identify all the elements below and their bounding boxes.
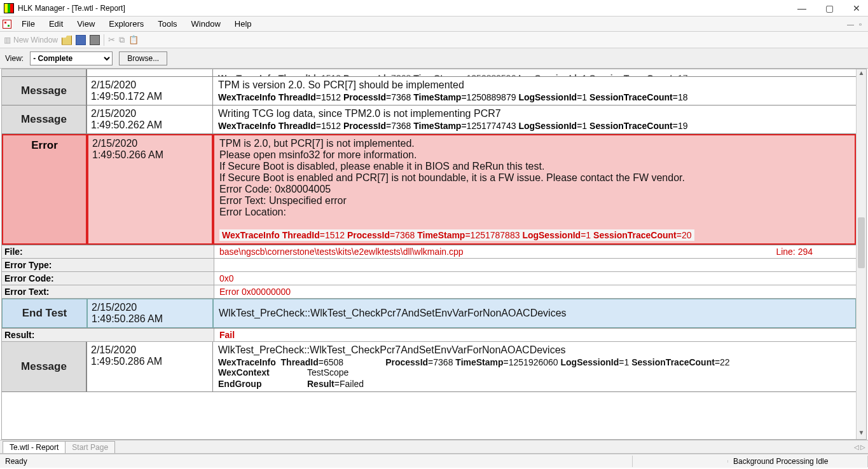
trace-line: WexTraceInfo ThreadId=1512 ProcessId=736…	[218, 121, 851, 131]
trace-wti: WexTraceInfo	[218, 121, 276, 131]
close-button[interactable]: ✕	[849, 2, 864, 15]
trace-line: WexTraceInfo ThreadId=1512 ProcessId=736…	[218, 92, 851, 102]
detail-label: File:	[2, 245, 214, 258]
new-window-label: New Window	[13, 36, 58, 44]
menubar: File Edit View Explorers Tools Window He…	[0, 17, 868, 32]
cut-icon[interactable]: ✂	[108, 35, 115, 44]
trace-sess-k: LogSessionId	[561, 357, 619, 367]
trace-count-k: SessionTraceCount	[593, 230, 677, 240]
trace-count-v: 22	[720, 357, 730, 367]
trace-ts-k: TimeStamp	[417, 230, 465, 240]
tab-start-page[interactable]: Start Page	[65, 441, 115, 453]
row-body: TPM is 2.0, but PCR[7] is not implemente…	[213, 134, 856, 245]
maximize-button[interactable]: ▢	[822, 2, 837, 15]
status-right: Background Processing Idle	[728, 456, 868, 467]
trace-ts-v: 1251926060	[509, 357, 558, 367]
tab-report[interactable]: Te.wtl - Report	[3, 441, 65, 453]
menu-view[interactable]: View	[71, 18, 101, 30]
row-time: 1:49:50.286 AM	[92, 313, 209, 325]
row-type: Message	[2, 77, 87, 105]
document-tabs: Te.wtl - Report Start Page ◁ ▷	[0, 440, 868, 454]
detail-error-type: Error Type:	[2, 259, 856, 272]
view-label: View:	[5, 54, 24, 63]
trace-count-v: 19	[678, 121, 688, 131]
tab-nav-left-icon[interactable]: ◁	[854, 444, 859, 451]
row-date: 2/15/2020	[91, 344, 209, 356]
trace-process-v: 7368	[433, 357, 453, 367]
row-timestamp: 2/15/2020 1:49:50.286 AM	[87, 342, 213, 391]
menu-explorers[interactable]: Explorers	[102, 18, 150, 30]
trace-ts-v: 1251787883	[471, 230, 520, 240]
view-select[interactable]: - Complete	[30, 51, 113, 65]
detail-label: Error Code:	[2, 272, 214, 285]
trace-count-k: SessionTraceCount	[589, 121, 673, 131]
menu-help[interactable]: Help	[228, 18, 258, 30]
log-row-error: Error 2/15/2020 1:49:50.266 AM TPM is 2.…	[2, 134, 856, 245]
child-minimize-button[interactable]: —	[847, 20, 854, 28]
row-timestamp	[87, 69, 213, 76]
detail-value: base\ngscb\cornerstone\tests\kits\e2ewlk…	[214, 245, 856, 258]
child-restore-button[interactable]: ▫	[859, 20, 862, 28]
trace-ts-v: 1250889879	[467, 92, 516, 102]
trace-ts-k: TimeStamp	[455, 357, 503, 367]
menu-tools[interactable]: Tools	[151, 18, 183, 30]
trace-process-k: ProcessId	[343, 121, 386, 131]
menu-edit[interactable]: Edit	[43, 18, 69, 30]
scroll-up-icon[interactable]: ▲	[857, 69, 866, 79]
row-timestamp: 2/15/2020 1:49:50.266 AM	[87, 134, 213, 245]
browse-button[interactable]: Browse...	[119, 51, 167, 65]
minimize-button[interactable]: —	[794, 2, 810, 15]
row-body: WlkTest_PreCheck::WlkTest_CheckPcr7AndSe…	[213, 342, 856, 391]
row-time: 1:49:50.262 AM	[91, 119, 209, 131]
trace-sess-k: LogSessionId	[518, 121, 577, 131]
scroll-thumb[interactable]	[858, 217, 865, 268]
trace-wti: WexTraceInfo	[222, 230, 280, 240]
detail-error-code: Error Code: 0x0	[2, 272, 856, 285]
trace-sess-v: 1	[582, 92, 587, 102]
trace-thread-v: 6508	[324, 357, 343, 367]
row-body: WlkTest_PreCheck::WlkTest_CheckPcr7AndSe…	[213, 299, 856, 328]
detail-value: Error 0x00000000	[214, 285, 856, 298]
trace-wti: WexTraceInfo	[218, 357, 276, 367]
trace-line-error: WexTraceInfo ThreadId=1512 ProcessId=736…	[219, 229, 694, 241]
row-message-text: Writing TCG log data, since TPM2.0 is no…	[218, 108, 851, 119]
endgroup-value: Result=Failed	[307, 379, 851, 389]
log-row-message: Message 2/15/2020 1:49:50.172 AM TPM is …	[2, 77, 856, 105]
trace-sess-v: 1	[582, 121, 587, 131]
print-icon[interactable]	[90, 35, 100, 45]
detail-file: File: base\ngscb\cornerstone\tests\kits\…	[2, 245, 856, 259]
copy-icon[interactable]: ⧉	[119, 35, 125, 45]
detail-value	[214, 259, 856, 271]
detail-error-text: Error Text: Error 0x00000000	[2, 285, 856, 299]
row-time: 1:49:50.172 AM	[91, 91, 209, 102]
new-window-button[interactable]: ▥ New Window	[4, 36, 58, 44]
trace-thread-k: ThreadId	[282, 230, 320, 240]
detail-label: Result:	[2, 329, 214, 341]
tab-nav-right-icon[interactable]: ▷	[860, 444, 865, 451]
row-message-text: WlkTest_PreCheck::WlkTest_CheckPcr7AndSe…	[218, 344, 851, 356]
line-number: Line: 294	[776, 247, 851, 257]
error-line: If Secure Boot is disabled, please enabl…	[219, 161, 850, 172]
log-row-message: Message 2/15/2020 1:49:50.286 AM WlkTest…	[2, 342, 856, 392]
trace-process-v: 7368	[395, 230, 415, 240]
wex-context-grid: WexContext TestScope EndGroup Result=Fai…	[218, 367, 851, 389]
menu-window[interactable]: Window	[185, 18, 227, 30]
trace-ts-k: TimeStamp	[413, 92, 461, 102]
scroll-down-icon[interactable]: ▼	[857, 429, 866, 439]
open-icon[interactable]	[62, 35, 72, 45]
file-path: base\ngscb\cornerstone\tests\kits\e2ewlk…	[219, 247, 464, 257]
save-icon[interactable]	[76, 35, 86, 45]
paste-icon[interactable]: 📋	[128, 35, 139, 44]
wexcontext-label: WexContext	[218, 367, 307, 377]
menu-file[interactable]: File	[15, 18, 41, 30]
row-date: 2/15/2020	[91, 108, 209, 119]
row-type: Message	[2, 105, 87, 133]
statusbar: Ready Background Processing Idle	[0, 454, 868, 468]
endgroup-label: EndGroup	[218, 379, 307, 389]
vertical-scrollbar[interactable]: ▲ ▼	[856, 69, 866, 439]
row-timestamp: 2/15/2020 1:49:50.262 AM	[87, 105, 213, 133]
row-time: 1:49:50.266 AM	[92, 149, 208, 161]
error-line: Error Text: Unspecified error	[219, 195, 850, 207]
row-date: 2/15/2020	[92, 302, 209, 313]
window-title: HLK Manager - [Te.wtl - Report]	[18, 4, 125, 13]
